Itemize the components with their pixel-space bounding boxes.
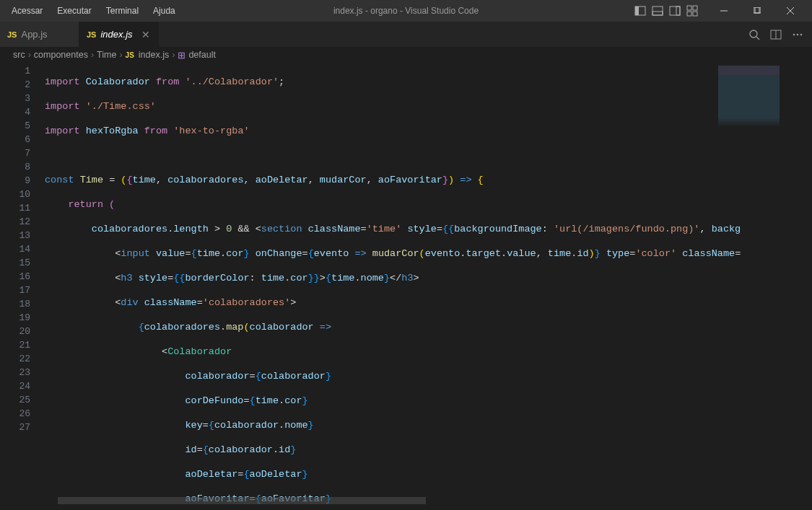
line-number: 5 bbox=[0, 119, 30, 133]
line-number: 16 bbox=[0, 270, 30, 283]
titlebar: Acessar Executar Terminal Ajuda index.js… bbox=[0, 0, 812, 22]
line-number: 7 bbox=[0, 146, 30, 160]
tab-app-js[interactable]: JS App.js bbox=[0, 22, 79, 47]
tab-label: App.js bbox=[21, 29, 47, 40]
svg-point-21 bbox=[800, 33, 803, 35]
line-number-gutter: 1 2 3 4 5 6 7 8 9 10 11 12 13 14 15 16 1… bbox=[0, 63, 45, 510]
minimize-button[interactable] bbox=[708, 0, 740, 22]
menu-executar[interactable]: Executar bbox=[51, 3, 97, 19]
chevron-right-icon: › bbox=[172, 50, 175, 60]
line-number: 15 bbox=[0, 256, 30, 270]
breadcrumb[interactable]: src › componentes › Time › JS index.js ›… bbox=[0, 47, 812, 63]
line-number: 18 bbox=[0, 297, 30, 311]
line-number: 14 bbox=[0, 242, 30, 256]
js-file-icon: JS bbox=[87, 30, 96, 39]
toggle-primary-sidebar-icon[interactable] bbox=[634, 5, 646, 17]
line-number: 20 bbox=[0, 325, 30, 338]
svg-point-20 bbox=[797, 33, 799, 35]
menu-bar: Acessar Executar Terminal Ajuda bbox=[6, 3, 181, 19]
line-number: 1 bbox=[0, 64, 30, 78]
breadcrumb-part[interactable]: componentes bbox=[34, 50, 88, 60]
window-title: index.js - organo - Visual Studio Code bbox=[333, 6, 479, 16]
line-number: 17 bbox=[0, 283, 30, 297]
line-number: 21 bbox=[0, 338, 30, 352]
svg-rect-5 bbox=[676, 6, 680, 15]
code-area[interactable]: import Colaborador from '../Colaborador'… bbox=[45, 63, 812, 510]
line-number: 23 bbox=[0, 366, 30, 379]
maximize-button[interactable] bbox=[741, 0, 773, 22]
line-number: 9 bbox=[0, 174, 30, 188]
tab-actions bbox=[740, 22, 812, 47]
chevron-right-icon: › bbox=[119, 50, 122, 60]
breadcrumb-part[interactable]: Time bbox=[97, 50, 116, 60]
menu-terminal[interactable]: Terminal bbox=[100, 3, 144, 19]
svg-rect-7 bbox=[693, 6, 697, 10]
line-number: 3 bbox=[0, 92, 30, 105]
svg-rect-3 bbox=[652, 12, 663, 15]
svg-rect-9 bbox=[693, 12, 697, 16]
toggle-secondary-sidebar-icon[interactable] bbox=[669, 5, 681, 17]
more-actions-icon[interactable] bbox=[792, 29, 803, 40]
svg-rect-1 bbox=[635, 6, 639, 15]
menu-ajuda[interactable]: Ajuda bbox=[147, 3, 181, 19]
js-file-icon: JS bbox=[126, 51, 134, 59]
chevron-right-icon: › bbox=[91, 50, 94, 60]
symbol-icon: ⊞ bbox=[178, 50, 185, 61]
minimap-content bbox=[718, 66, 780, 127]
line-number: 10 bbox=[0, 188, 30, 201]
line-number: 4 bbox=[0, 105, 30, 119]
svg-point-19 bbox=[793, 33, 795, 35]
toggle-panel-icon[interactable] bbox=[652, 5, 663, 17]
svg-rect-2 bbox=[652, 6, 663, 15]
svg-rect-12 bbox=[755, 7, 761, 13]
line-number: 27 bbox=[0, 421, 30, 434]
svg-point-15 bbox=[750, 30, 757, 38]
breadcrumb-symbol[interactable]: default bbox=[188, 50, 216, 60]
line-number: 2 bbox=[0, 78, 30, 92]
menu-acessar[interactable]: Acessar bbox=[6, 3, 48, 19]
tab-index-js[interactable]: JS index.js ✕ bbox=[79, 22, 159, 47]
breadcrumb-part[interactable]: src bbox=[13, 50, 25, 60]
minimap[interactable] bbox=[715, 63, 802, 135]
line-number: 8 bbox=[0, 160, 30, 174]
editor: 1 2 3 4 5 6 7 8 9 10 11 12 13 14 15 16 1… bbox=[0, 63, 812, 510]
customize-layout-icon[interactable] bbox=[686, 5, 698, 17]
line-number: 26 bbox=[0, 407, 30, 421]
svg-rect-6 bbox=[687, 6, 691, 10]
line-number: 6 bbox=[0, 133, 30, 146]
close-button[interactable] bbox=[774, 0, 806, 22]
close-tab-icon[interactable]: ✕ bbox=[141, 29, 150, 40]
line-number: 12 bbox=[0, 215, 30, 229]
line-number: 19 bbox=[0, 311, 30, 325]
line-number: 13 bbox=[0, 229, 30, 242]
horizontal-scrollbar[interactable] bbox=[58, 497, 426, 504]
window-controls bbox=[634, 0, 806, 22]
line-number: 25 bbox=[0, 393, 30, 407]
svg-rect-11 bbox=[754, 7, 759, 13]
split-editor-icon[interactable] bbox=[770, 29, 782, 40]
line-number: 22 bbox=[0, 352, 30, 366]
tab-bar: JS App.js JS index.js ✕ bbox=[0, 22, 812, 47]
search-icon[interactable] bbox=[748, 29, 760, 40]
line-number: 11 bbox=[0, 201, 30, 215]
chevron-right-icon: › bbox=[28, 50, 31, 60]
js-file-icon: JS bbox=[7, 30, 17, 39]
tab-label: index.js bbox=[100, 29, 132, 40]
svg-rect-8 bbox=[687, 12, 691, 16]
breadcrumb-file[interactable]: index.js bbox=[139, 50, 169, 60]
svg-line-16 bbox=[756, 37, 759, 40]
line-number: 24 bbox=[0, 379, 30, 393]
svg-rect-4 bbox=[670, 6, 680, 15]
